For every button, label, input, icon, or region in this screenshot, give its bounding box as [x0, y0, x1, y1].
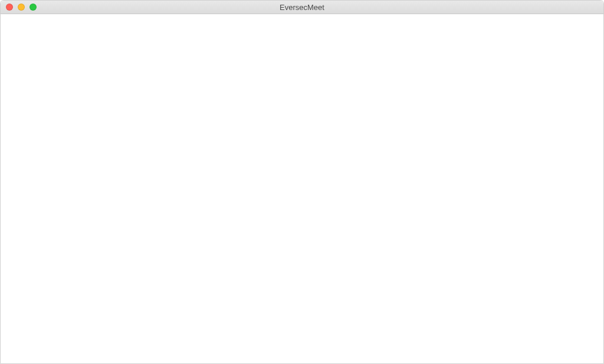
- window-title: EversecMeet: [280, 3, 324, 12]
- zoom-icon[interactable]: [29, 4, 37, 11]
- minimize-icon[interactable]: [18, 4, 25, 11]
- titlebar: EversecMeet: [1, 1, 603, 14]
- app-window: EversecMeet: [0, 0, 604, 364]
- content-area: [1, 14, 603, 363]
- traffic-lights: [1, 4, 37, 11]
- close-icon[interactable]: [6, 4, 13, 11]
